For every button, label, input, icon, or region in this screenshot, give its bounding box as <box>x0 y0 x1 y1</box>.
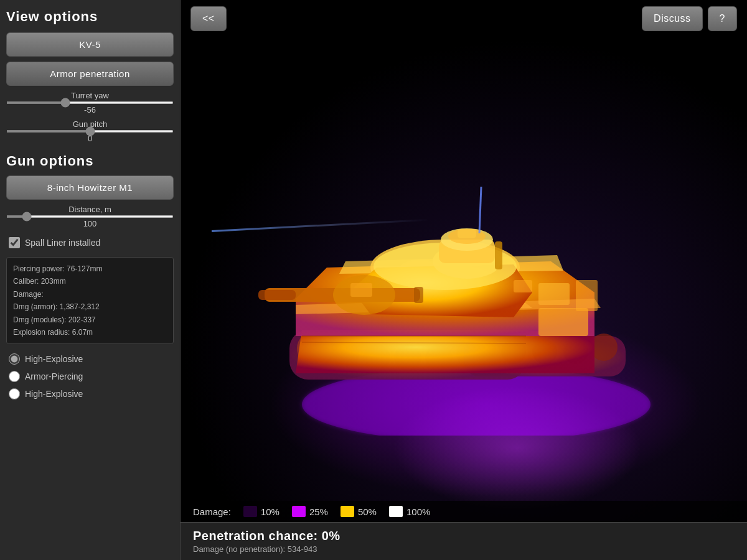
svg-rect-40 <box>350 283 372 297</box>
legend-10: 10% <box>243 506 280 517</box>
label-25: 25% <box>309 506 328 517</box>
label-100: 100% <box>406 506 430 517</box>
legend-100: 100% <box>389 506 430 517</box>
gun-pitch-group: Gun pitch 0 <box>6 119 174 143</box>
dmg-armor: Dmg (armor): 1,387-2,312 <box>13 301 167 313</box>
gun-pitch-slider[interactable] <box>6 130 174 133</box>
label-10: 10% <box>261 506 280 517</box>
distance-slider[interactable] <box>6 215 174 218</box>
gun-options-title: Gun options <box>6 153 174 169</box>
ammo-ap-row[interactable]: Armor-Piercing <box>6 369 174 384</box>
top-bar: << Discuss ? <box>181 0 747 37</box>
svg-rect-32 <box>458 229 476 238</box>
armor-penetration-button[interactable]: Armor penetration <box>6 62 174 86</box>
spall-liner-checkbox[interactable] <box>9 237 20 248</box>
explosion-radius: Explosion radius: 6.07m <box>13 326 167 338</box>
spall-liner-row[interactable]: Spall Liner installed <box>6 233 174 252</box>
spall-liner-label: Spall Liner installed <box>25 238 100 248</box>
ammo-info-box: Piercing power: 76-127mm Caliber: 203mm … <box>6 257 174 344</box>
ammo-he-1-label: High-Explosive <box>25 354 83 364</box>
label-50: 50% <box>358 506 377 517</box>
caliber: Caliber: 203mm <box>13 275 167 287</box>
damage-legend: Damage: 10% 25% 50% 100% <box>181 501 747 522</box>
damage-label: Damage: <box>13 288 167 301</box>
legend-50: 50% <box>341 506 377 517</box>
view-options-title: View options <box>6 9 174 25</box>
piercing-power: Piercing power: 76-127mm <box>13 263 167 275</box>
damage-label: Damage: <box>193 506 231 517</box>
svg-rect-36 <box>414 287 423 303</box>
back-button[interactable]: << <box>190 6 227 31</box>
help-button[interactable]: ? <box>708 6 737 31</box>
damage-no-penetration: Damage (no penetration): 534-943 <box>193 544 735 554</box>
gun-select-button[interactable]: 8-inch Howitzer M1 <box>6 175 174 200</box>
dmg-modules: Dmg (modules): 202-337 <box>13 314 167 326</box>
ammo-he-2-radio[interactable] <box>9 388 20 399</box>
left-panel: View options KV-5 Armor penetration Turr… <box>0 0 181 560</box>
swatch-100 <box>389 506 403 517</box>
turret-yaw-slider[interactable] <box>6 101 174 104</box>
ammo-he-1-row[interactable]: High-Explosive <box>6 352 174 366</box>
viewport <box>181 37 747 560</box>
right-buttons: Discuss ? <box>642 6 737 31</box>
ammo-he-2-label: High-Explosive <box>25 389 83 399</box>
gun-pitch-value: 0 <box>6 134 174 143</box>
ammo-ap-label: Armor-Piercing <box>25 371 83 381</box>
ammo-he-2-row[interactable]: High-Explosive <box>6 386 174 401</box>
tank-select-button[interactable]: KV-5 <box>6 32 174 57</box>
svg-rect-18 <box>538 308 588 336</box>
turret-yaw-value: -56 <box>6 105 174 114</box>
bottom-bar: Damage: 10% 25% 50% 100% Penetration cha… <box>181 501 747 560</box>
penetration-bar: Penetration chance: 0% Damage (no penetr… <box>181 522 747 560</box>
ammo-type-group: High-Explosive Armor-Piercing High-Explo… <box>6 352 174 401</box>
svg-rect-39 <box>514 280 532 292</box>
swatch-10 <box>243 506 257 517</box>
tank-model <box>246 124 682 473</box>
distance-value: 100 <box>6 219 174 228</box>
svg-rect-35 <box>258 290 296 300</box>
distance-group: Distance, m 100 <box>6 205 174 228</box>
svg-line-38 <box>479 187 481 233</box>
ammo-he-1-radio[interactable] <box>9 353 20 365</box>
swatch-25 <box>292 506 306 517</box>
swatch-50 <box>341 506 354 517</box>
svg-rect-33 <box>495 241 502 269</box>
penetration-chance: Penetration chance: 0% <box>193 529 735 543</box>
ammo-ap-radio[interactable] <box>9 371 20 382</box>
legend-25: 25% <box>292 506 328 517</box>
turret-yaw-group: Turret yaw -56 <box>6 91 174 114</box>
discuss-button[interactable]: Discuss <box>642 6 703 31</box>
